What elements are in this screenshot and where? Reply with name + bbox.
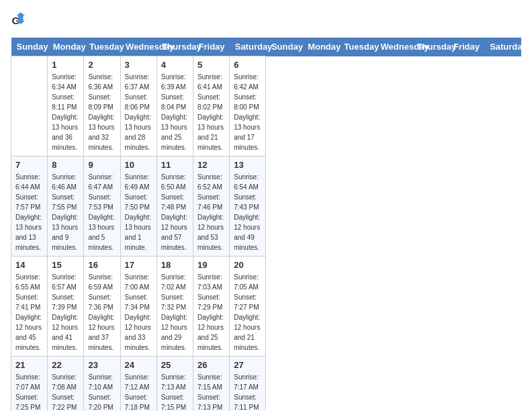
- day-number: 2: [88, 60, 116, 70]
- day-info: Sunrise: 6:57 AMSunset: 7:39 PMDaylight:…: [52, 272, 79, 353]
- day-info: Sunrise: 7:03 AMSunset: 7:29 PMDaylight:…: [197, 272, 225, 353]
- day-header-monday: Monday: [48, 38, 84, 56]
- calendar-cell: 4Sunrise: 6:39 AMSunset: 8:04 PMDaylight…: [157, 56, 193, 156]
- calendar-week-4: 21Sunrise: 7:07 AMSunset: 7:25 PMDayligh…: [11, 357, 521, 412]
- day-info: Sunrise: 7:00 AMSunset: 7:34 PMDaylight:…: [125, 272, 152, 353]
- day-number: 10: [125, 160, 152, 170]
- day-info: Sunrise: 6:50 AMSunset: 7:48 PMDaylight:…: [161, 172, 189, 253]
- calendar-week-2: 7Sunrise: 6:44 AMSunset: 7:57 PMDaylight…: [11, 156, 521, 257]
- day-header-wednesday: Wednesday: [375, 38, 412, 56]
- day-header-sunday: Sunday: [266, 38, 302, 56]
- day-number: 23: [88, 360, 116, 370]
- calendar-cell: 8Sunrise: 6:46 AMSunset: 7:55 PMDaylight…: [48, 156, 84, 257]
- day-number: 26: [197, 360, 225, 370]
- calendar-week-3: 14Sunrise: 6:55 AMSunset: 7:41 PMDayligh…: [11, 257, 521, 357]
- calendar-cell: 3Sunrise: 6:37 AMSunset: 8:06 PMDaylight…: [120, 56, 157, 156]
- day-number: 21: [15, 360, 43, 370]
- calendar-cell: 2Sunrise: 6:36 AMSunset: 8:09 PMDaylight…: [84, 56, 120, 156]
- day-number: 17: [125, 260, 152, 270]
- calendar-cell: 23Sunrise: 7:10 AMSunset: 7:20 PMDayligh…: [84, 357, 120, 412]
- calendar-cell: 6Sunrise: 6:42 AMSunset: 8:00 PMDaylight…: [230, 56, 266, 156]
- calendar-table: SundayMondayTuesdayWednesdayThursdayFrid…: [11, 38, 521, 411]
- calendar-week-1: 1Sunrise: 6:34 AMSunset: 8:11 PMDaylight…: [11, 56, 521, 156]
- day-number: 11: [161, 160, 189, 170]
- day-info: Sunrise: 6:42 AMSunset: 8:00 PMDaylight:…: [234, 72, 261, 152]
- day-header-thursday: Thursday: [157, 38, 193, 56]
- calendar-cell: 24Sunrise: 7:12 AMSunset: 7:18 PMDayligh…: [120, 357, 157, 412]
- logo-icon: G: [11, 11, 30, 30]
- day-header-tuesday: Tuesday: [339, 38, 375, 56]
- calendar-cell: 11Sunrise: 6:50 AMSunset: 7:48 PMDayligh…: [157, 156, 193, 257]
- day-info: Sunrise: 7:07 AMSunset: 7:25 PMDaylight:…: [15, 372, 43, 411]
- day-number: 13: [234, 160, 261, 170]
- day-info: Sunrise: 6:37 AMSunset: 8:06 PMDaylight:…: [125, 72, 152, 152]
- calendar-cell: 12Sunrise: 6:52 AMSunset: 7:46 PMDayligh…: [193, 156, 230, 257]
- day-info: Sunrise: 6:59 AMSunset: 7:36 PMDaylight:…: [88, 272, 116, 353]
- day-header-sunday: Sunday: [11, 38, 48, 56]
- day-number: 18: [161, 260, 189, 270]
- day-info: Sunrise: 7:10 AMSunset: 7:20 PMDaylight:…: [88, 372, 116, 411]
- day-number: 1: [52, 60, 79, 70]
- day-number: 8: [52, 160, 79, 170]
- logo: G: [11, 11, 32, 30]
- day-header-tuesday: Tuesday: [84, 38, 120, 56]
- day-info: Sunrise: 6:39 AMSunset: 8:04 PMDaylight:…: [161, 72, 189, 152]
- calendar-cell: 9Sunrise: 6:47 AMSunset: 7:53 PMDaylight…: [84, 156, 120, 257]
- calendar-cell: 26Sunrise: 7:15 AMSunset: 7:13 PMDayligh…: [193, 357, 230, 412]
- calendar-cell: [11, 56, 48, 156]
- day-number: 6: [234, 60, 261, 70]
- day-number: 14: [15, 260, 43, 270]
- page-header: G: [11, 11, 521, 30]
- day-number: 7: [15, 160, 43, 170]
- day-number: 3: [125, 60, 152, 70]
- day-info: Sunrise: 6:46 AMSunset: 7:55 PMDaylight:…: [52, 172, 79, 253]
- day-header-wednesday: Wednesday: [120, 38, 157, 56]
- calendar-header-row: SundayMondayTuesdayWednesdayThursdayFrid…: [11, 38, 521, 56]
- day-number: 20: [234, 260, 261, 270]
- day-info: Sunrise: 6:41 AMSunset: 8:02 PMDaylight:…: [197, 72, 225, 152]
- day-info: Sunrise: 7:15 AMSunset: 7:13 PMDaylight:…: [197, 372, 225, 411]
- day-info: Sunrise: 6:47 AMSunset: 7:53 PMDaylight:…: [88, 172, 116, 253]
- calendar-cell: 22Sunrise: 7:08 AMSunset: 7:22 PMDayligh…: [48, 357, 84, 412]
- day-info: Sunrise: 7:05 AMSunset: 7:27 PMDaylight:…: [234, 272, 261, 353]
- day-number: 9: [88, 160, 116, 170]
- day-number: 19: [197, 260, 225, 270]
- day-info: Sunrise: 7:12 AMSunset: 7:18 PMDaylight:…: [125, 372, 152, 411]
- day-header-friday: Friday: [448, 38, 484, 56]
- calendar-cell: 21Sunrise: 7:07 AMSunset: 7:25 PMDayligh…: [11, 357, 48, 412]
- day-info: Sunrise: 7:08 AMSunset: 7:22 PMDaylight:…: [52, 372, 79, 411]
- day-info: Sunrise: 6:52 AMSunset: 7:46 PMDaylight:…: [197, 172, 225, 253]
- day-number: 15: [52, 260, 79, 270]
- calendar-cell: 15Sunrise: 6:57 AMSunset: 7:39 PMDayligh…: [48, 257, 84, 357]
- day-info: Sunrise: 6:49 AMSunset: 7:50 PMDaylight:…: [125, 172, 152, 253]
- day-info: Sunrise: 6:34 AMSunset: 8:11 PMDaylight:…: [52, 72, 79, 152]
- day-header-friday: Friday: [193, 38, 230, 56]
- day-info: Sunrise: 7:13 AMSunset: 7:15 PMDaylight:…: [161, 372, 189, 411]
- day-number: 12: [197, 160, 225, 170]
- calendar-cell: 13Sunrise: 6:54 AMSunset: 7:43 PMDayligh…: [230, 156, 266, 257]
- day-number: 22: [52, 360, 79, 370]
- day-number: 25: [161, 360, 189, 370]
- day-number: 24: [125, 360, 152, 370]
- day-info: Sunrise: 6:36 AMSunset: 8:09 PMDaylight:…: [88, 72, 116, 152]
- day-info: Sunrise: 6:54 AMSunset: 7:43 PMDaylight:…: [234, 172, 261, 253]
- calendar-cell: 27Sunrise: 7:17 AMSunset: 7:11 PMDayligh…: [230, 357, 266, 412]
- day-header-thursday: Thursday: [412, 38, 448, 56]
- day-info: Sunrise: 6:44 AMSunset: 7:57 PMDaylight:…: [15, 172, 43, 253]
- calendar-cell: 14Sunrise: 6:55 AMSunset: 7:41 PMDayligh…: [11, 257, 48, 357]
- day-number: 27: [234, 360, 261, 370]
- calendar-cell: 25Sunrise: 7:13 AMSunset: 7:15 PMDayligh…: [157, 357, 193, 412]
- day-info: Sunrise: 6:55 AMSunset: 7:41 PMDaylight:…: [15, 272, 43, 353]
- day-header-monday: Monday: [302, 38, 339, 56]
- calendar-cell: 7Sunrise: 6:44 AMSunset: 7:57 PMDaylight…: [11, 156, 48, 257]
- calendar-cell: 18Sunrise: 7:02 AMSunset: 7:32 PMDayligh…: [157, 257, 193, 357]
- day-info: Sunrise: 7:02 AMSunset: 7:32 PMDaylight:…: [161, 272, 189, 353]
- day-number: 4: [161, 60, 189, 70]
- calendar-cell: 5Sunrise: 6:41 AMSunset: 8:02 PMDaylight…: [193, 56, 230, 156]
- calendar-cell: 19Sunrise: 7:03 AMSunset: 7:29 PMDayligh…: [193, 257, 230, 357]
- day-number: 16: [88, 260, 116, 270]
- day-number: 5: [197, 60, 225, 70]
- calendar-cell: 17Sunrise: 7:00 AMSunset: 7:34 PMDayligh…: [120, 257, 157, 357]
- calendar-cell: 20Sunrise: 7:05 AMSunset: 7:27 PMDayligh…: [230, 257, 266, 357]
- calendar-cell: 10Sunrise: 6:49 AMSunset: 7:50 PMDayligh…: [120, 156, 157, 257]
